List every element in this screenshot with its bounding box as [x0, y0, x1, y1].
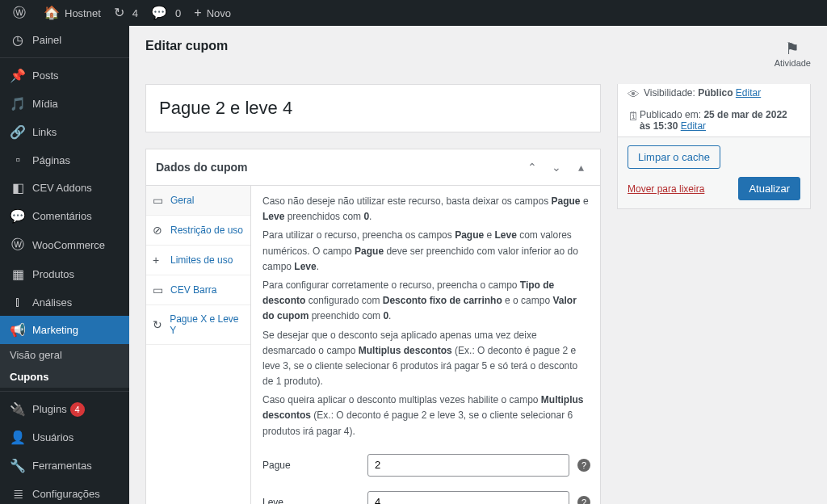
plus-icon: + [194, 6, 201, 19]
sidebar-item-analytics[interactable]: ⫿Análises [0, 288, 129, 316]
calendar-icon: 🗓 [628, 109, 640, 123]
wp-logo-item[interactable]: ⓦ [6, 0, 37, 26]
published-row: 🗓 Publicado em: 25 de mar de 2022 às 15:… [618, 106, 810, 136]
site-name-label: Hostnet [65, 7, 101, 19]
submenu-cupons[interactable]: Cupons [0, 366, 129, 388]
help-text-1: Caso não deseje não utilizar este recurs… [262, 194, 590, 225]
coupon-tab-pague-leve[interactable]: ↻Pague X e Leve Y [146, 305, 250, 345]
home-icon: 🏠 [44, 6, 60, 19]
comment-icon: 💬 [151, 6, 167, 19]
coupon-tabs: ▭Geral ⊘Restrição de uso +Limites de uso… [146, 186, 251, 504]
update-button[interactable]: Atualizar [738, 177, 800, 200]
woo-icon: ⓦ [10, 237, 26, 254]
coupon-title-input[interactable] [153, 91, 594, 125]
coupon-panel-title: Dados do cupom [156, 161, 248, 174]
pin-icon: 📌 [10, 68, 26, 83]
sidebar-item-links[interactable]: 🔗Links [0, 118, 129, 146]
marketing-submenu: Visão geral Cupons [0, 344, 129, 388]
coupon-title-box [145, 84, 601, 132]
restrict-icon: ⊘ [153, 224, 167, 237]
pague-label: Pague [262, 460, 367, 471]
leve-input[interactable] [367, 491, 569, 504]
panel-toggle[interactable]: ▴ [571, 158, 590, 177]
admin-sidebar: ◷Painel 📌Posts 🎵Mídia 🔗Links ▫Páginas ◧C… [0, 26, 129, 504]
marketing-icon: 📢 [10, 322, 26, 338]
admin-toolbar: ⓦ 🏠Hostnet ↻4 💬0 +Novo [0, 0, 827, 26]
visibility-row: 👁 Visibilidade: Público Editar [618, 84, 810, 106]
leve-label: Leve [262, 497, 367, 504]
activity-panel-toggle[interactable]: ⚑ Atividade [775, 39, 811, 68]
settings-icon: ≣ [10, 486, 26, 502]
new-content-item[interactable]: +Novo [187, 0, 237, 26]
refresh-icon: ↻ [114, 6, 124, 19]
help-text-2: Para utilizar o recurso, preencha os cam… [262, 228, 590, 275]
cycle-icon: ↻ [153, 318, 166, 331]
bar-icon: ▭ [153, 284, 167, 296]
updates-count: 4 [132, 7, 138, 19]
help-icon[interactable]: ? [577, 459, 590, 472]
site-name-item[interactable]: 🏠Hostnet [37, 0, 107, 26]
eye-icon: 👁 [628, 87, 644, 101]
pages-icon: ▫ [10, 153, 26, 167]
activity-label: Atividade [775, 58, 811, 68]
comments-item[interactable]: 💬0 [145, 0, 187, 26]
dashboard-icon: ◷ [10, 32, 26, 48]
sidebar-item-settings[interactable]: ≣Configurações [0, 480, 129, 504]
flag-icon: ⚑ [775, 39, 811, 58]
leve-row: Leve ? [262, 491, 590, 504]
updates-item[interactable]: ↻4 [107, 0, 145, 26]
sidebar-item-products[interactable]: ▦Produtos [0, 260, 129, 288]
publish-panel: 👁 Visibilidade: Público Editar 🗓 Publica… [617, 84, 811, 209]
link-icon: 🔗 [10, 124, 26, 140]
plus-icon: + [153, 254, 167, 267]
help-text-5: Caso queira aplicar o desconto multiplas… [262, 393, 590, 439]
coupon-tab-limites[interactable]: +Limites de uso [146, 246, 250, 275]
sidebar-item-plugins[interactable]: 🔌Plugins4 [0, 395, 129, 423]
tools-icon: 🔧 [10, 458, 26, 473]
plugins-badge: 4 [70, 402, 85, 417]
coupon-tab-cev-barra[interactable]: ▭CEV Barra [146, 275, 250, 305]
pague-input[interactable] [367, 454, 569, 477]
visibility-value: Público [698, 87, 733, 99]
sidebar-item-woocommerce[interactable]: ⓦWooCommerce [0, 230, 129, 260]
help-text-4: Se desejar que o desconto seja aplicado … [262, 328, 590, 390]
new-label: Novo [207, 7, 231, 19]
plugins-icon: 🔌 [10, 401, 26, 417]
comments-icon: 💬 [10, 208, 26, 224]
sidebar-item-posts[interactable]: 📌Posts [0, 61, 129, 90]
sidebar-item-cev-addons[interactable]: ◧CEV Addons [0, 174, 129, 202]
help-icon[interactable]: ? [577, 496, 590, 504]
sidebar-item-comments[interactable]: 💬Comentários [0, 202, 129, 230]
wordpress-icon: ⓦ [13, 6, 26, 19]
coupon-data-panel: Dados do cupom ⌃ ⌄ ▴ ▭Geral ⊘Restrição d… [145, 149, 601, 504]
edit-published-link[interactable]: Editar [681, 120, 706, 132]
sidebar-item-users[interactable]: 👤Usuários [0, 423, 129, 452]
comments-count: 0 [175, 7, 181, 19]
sidebar-item-dashboard[interactable]: ◷Painel [0, 26, 129, 54]
analytics-icon: ⫿ [10, 295, 26, 309]
submenu-visao-geral[interactable]: Visão geral [0, 344, 129, 366]
sidebar-item-marketing[interactable]: 📢Marketing [0, 316, 129, 344]
page-title: Editar cupom [145, 39, 228, 53]
coupon-tab-geral[interactable]: ▭Geral [146, 186, 250, 216]
move-to-trash-link[interactable]: Mover para lixeira [628, 183, 704, 195]
sidebar-item-tools[interactable]: 🔧Ferramentas [0, 452, 129, 480]
edit-visibility-link[interactable]: Editar [736, 87, 761, 99]
general-icon: ▭ [153, 194, 167, 207]
help-text-3: Para configurar corretamente o recurso, … [262, 278, 590, 325]
addon-icon: ◧ [10, 180, 26, 195]
clear-cache-button[interactable]: Limpar o cache [628, 145, 720, 169]
sidebar-item-pages[interactable]: ▫Páginas [0, 146, 129, 174]
panel-move-down[interactable]: ⌄ [547, 158, 566, 177]
main-content: Editar cupom ⚑ Atividade Dados do cupom [129, 26, 827, 504]
media-icon: 🎵 [10, 96, 26, 111]
coupon-tab-content: Caso não deseje não utilizar este recurs… [251, 186, 602, 504]
sidebar-item-media[interactable]: 🎵Mídia [0, 90, 129, 118]
pague-row: Pague ? [262, 454, 590, 477]
products-icon: ▦ [10, 267, 26, 282]
panel-move-up[interactable]: ⌃ [523, 158, 542, 177]
coupon-tab-restricao[interactable]: ⊘Restrição de uso [146, 216, 250, 246]
users-icon: 👤 [10, 430, 26, 445]
